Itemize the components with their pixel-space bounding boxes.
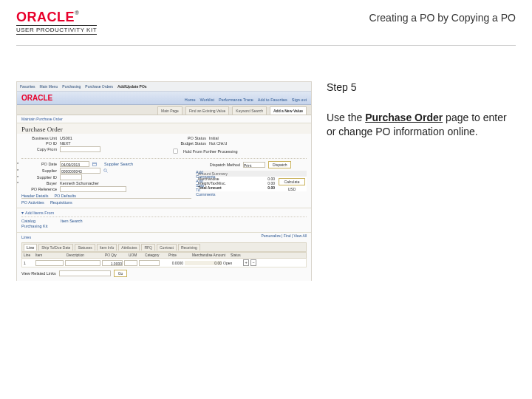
pkit-link[interactable]: Purchasing Kit bbox=[21, 224, 47, 228]
lines-tab[interactable]: RFQ bbox=[141, 244, 155, 250]
budget-status-label: Budget Status bbox=[171, 141, 206, 146]
buyer-value: Kenneth Schumacher bbox=[60, 181, 99, 185]
main: Favorites Main Menu Purchasing Purchase … bbox=[16, 81, 516, 281]
poref-label: PO Reference bbox=[21, 187, 57, 191]
delete-row-icon[interactable]: − bbox=[250, 259, 256, 266]
svg-line-3 bbox=[106, 171, 108, 173]
cell-item-input[interactable] bbox=[35, 260, 64, 266]
lines-tab[interactable]: Line bbox=[24, 244, 37, 250]
hold-checkbox[interactable] bbox=[173, 149, 178, 154]
catalog-link[interactable]: Catalog bbox=[21, 219, 35, 223]
lines-tab[interactable]: Attributes bbox=[118, 244, 140, 250]
col-qty: PO Qty bbox=[105, 253, 127, 257]
lines-grid-header: Line Item Description PO Qty UOM Categor… bbox=[21, 252, 307, 259]
col-desc: Description bbox=[66, 253, 103, 257]
copy-from-select[interactable] bbox=[60, 146, 100, 152]
calendar-icon[interactable] bbox=[92, 162, 97, 166]
supplierid-label: Supplier ID bbox=[21, 175, 57, 180]
step-text: Use the Purchase Order page to enter or … bbox=[327, 111, 516, 139]
supplier-search-link[interactable]: Supplier Search bbox=[104, 162, 133, 166]
lines-tab[interactable]: Item Info bbox=[97, 244, 117, 250]
lines-tab[interactable]: Statuses bbox=[75, 244, 95, 250]
breadcrumb-menu[interactable]: Favorites Main Menu Purchasing Purchase … bbox=[17, 82, 311, 92]
svg-rect-0 bbox=[93, 163, 97, 166]
dispatch-select[interactable]: Print bbox=[243, 162, 265, 168]
link[interactable]: Header Details bbox=[21, 194, 48, 198]
cell-line: 1 bbox=[24, 261, 34, 265]
add-items-section[interactable]: ▾Add Items From bbox=[21, 209, 307, 217]
lines-section[interactable]: Lines bbox=[21, 233, 31, 241]
nav-signout[interactable]: Sign out bbox=[292, 98, 307, 102]
nav-home[interactable]: Home bbox=[185, 98, 196, 102]
crumb[interactable]: Main Menu bbox=[40, 84, 58, 89]
step-pre: Use the bbox=[327, 112, 365, 123]
cell-desc-input[interactable] bbox=[65, 260, 100, 266]
crumb[interactable]: Purchasing bbox=[62, 84, 81, 89]
crumb[interactable]: Favorites bbox=[20, 84, 35, 89]
nav-fav[interactable]: Add to Favorites bbox=[258, 98, 287, 102]
nav-worklist[interactable]: Worklist bbox=[200, 98, 214, 102]
link[interactable]: PO Defaults bbox=[54, 194, 76, 198]
search-icon[interactable] bbox=[103, 168, 108, 173]
crumb[interactable]: Purchase Orders bbox=[85, 84, 113, 89]
cell-qty-input[interactable]: 1.0000 bbox=[102, 260, 123, 266]
product-line: USER PRODUCTIVITY KIT bbox=[16, 25, 97, 35]
poid-value: NEXT bbox=[60, 141, 71, 146]
col-uom: UOM bbox=[129, 253, 143, 257]
app-topbar: ORACLE Home Worklist Performance Trace A… bbox=[17, 92, 311, 105]
logo-tm: ® bbox=[75, 10, 79, 16]
poref-input[interactable] bbox=[60, 186, 126, 192]
collapse-icon: ▾ bbox=[21, 211, 24, 215]
hold-label: Hold From Further Processing bbox=[183, 149, 238, 154]
oracle-logo: ORACLE® bbox=[16, 10, 97, 24]
tab[interactable]: Main Page bbox=[157, 106, 183, 115]
nav-perf[interactable]: Performance Trace bbox=[219, 98, 253, 102]
lines-tab[interactable]: Ship To/Due Date bbox=[38, 244, 73, 250]
supplier-input[interactable]: 0000000043 bbox=[60, 168, 100, 174]
col-amt: Merchandise Amount bbox=[192, 253, 229, 257]
step-label: Step 5 bbox=[327, 81, 516, 93]
cell-status: Open bbox=[223, 261, 242, 265]
top-nav: Home Worklist Performance Trace Add to F… bbox=[185, 98, 307, 102]
cell-amt: 0.00 bbox=[185, 261, 222, 265]
cell-price: 0.0000 bbox=[161, 261, 183, 265]
page-title: Purchase Order bbox=[21, 126, 63, 133]
doc-title: Creating a PO by Copying a PO bbox=[369, 12, 516, 24]
col-status: Status bbox=[231, 253, 249, 257]
add-row-icon[interactable]: + bbox=[243, 259, 249, 266]
branding: ORACLE® USER PRODUCTIVITY KIT bbox=[16, 10, 97, 35]
cell-cat-input[interactable] bbox=[139, 260, 160, 266]
col-item: Item bbox=[35, 253, 65, 257]
step-bold: Purchase Order bbox=[365, 112, 443, 123]
lines-tab[interactable]: Contract bbox=[157, 244, 177, 250]
app-brand: ORACLE bbox=[21, 94, 52, 102]
po-date-input[interactable]: 04/09/2013 bbox=[60, 161, 89, 167]
link[interactable]: Requisitions bbox=[50, 200, 72, 205]
cell-uom-input[interactable] bbox=[124, 260, 137, 266]
calculate-button[interactable]: Calculate bbox=[279, 178, 305, 185]
go-button[interactable]: Go bbox=[114, 270, 128, 277]
total-val: 0.00 bbox=[267, 185, 275, 190]
dispatch-button[interactable]: Dispatch bbox=[268, 161, 291, 168]
copy-from-label: Copy From bbox=[21, 147, 57, 151]
supplier-label: Supplier bbox=[21, 168, 57, 173]
tab[interactable]: Keyword Search bbox=[232, 106, 267, 115]
tab[interactable]: Find an Existing Value bbox=[185, 106, 229, 115]
dispatch-label: Dispatch Method bbox=[196, 163, 240, 167]
supplierid-input[interactable] bbox=[60, 174, 82, 180]
lines-tabstrip: Line Ship To/Due Date Statuses Item Info… bbox=[21, 242, 307, 252]
link[interactable]: PO Activities bbox=[21, 200, 44, 205]
lines-menu[interactable]: Personalize | Find | View All bbox=[262, 233, 307, 242]
po-status-value: Initial bbox=[209, 136, 219, 140]
item-search-link[interactable]: Item Search bbox=[61, 219, 83, 223]
view-related-select[interactable] bbox=[59, 270, 111, 276]
doc-header: ORACLE® USER PRODUCTIVITY KIT Creating a… bbox=[16, 10, 516, 46]
table-row: 1 1.0000 0.0000 0.00 Open + − bbox=[21, 259, 307, 267]
crumb-current: Add/Update POs bbox=[117, 84, 146, 89]
bu-label: Business Unit bbox=[21, 136, 57, 140]
budget-status-value: Not Chk'd bbox=[209, 141, 227, 146]
tab-active[interactable]: Add a New Value bbox=[270, 106, 307, 115]
po-date-label: PO Date bbox=[21, 162, 57, 166]
logo-text: ORACLE bbox=[16, 10, 75, 24]
lines-tab[interactable]: Receiving bbox=[178, 244, 200, 250]
